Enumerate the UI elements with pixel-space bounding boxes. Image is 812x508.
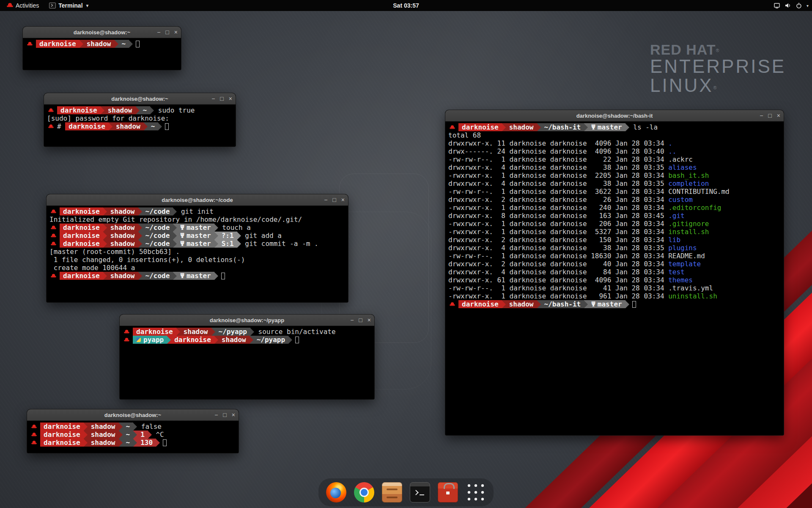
- maximize-button[interactable]: □: [768, 113, 771, 119]
- close-button[interactable]: ×: [232, 412, 235, 418]
- minimize-button[interactable]: −: [350, 317, 354, 323]
- terminal-body[interactable]: darknoiseshadow~ falsedarknoiseshadow~1 …: [27, 421, 239, 453]
- terminal-window-bashit[interactable]: darknoise@shadow:~/bash-it − □ × darknoi…: [445, 110, 784, 435]
- terminal-body[interactable]: darknoiseshadow~/code git initInitialize…: [47, 206, 348, 302]
- branch-icon: Ψ: [591, 123, 595, 131]
- close-button[interactable]: ×: [341, 197, 345, 203]
- prompt-segment-user: darknoise: [40, 431, 84, 439]
- maximize-button[interactable]: □: [220, 96, 223, 102]
- minimize-button[interactable]: −: [760, 113, 763, 119]
- firefox-icon[interactable]: [326, 482, 346, 502]
- maximize-button[interactable]: □: [223, 412, 226, 418]
- terminal-line: darknoiseshadow~ false: [30, 422, 236, 431]
- terminal-line: darknoiseshadow~/codeΨmaster?:1 git add …: [49, 232, 345, 240]
- titlebar[interactable]: darknoise@shadow:~/bash-it − □ ×: [445, 110, 784, 121]
- close-button[interactable]: ×: [229, 96, 232, 102]
- terminal-text: README.md: [668, 252, 705, 260]
- terminal-icon[interactable]: [410, 482, 430, 502]
- powerline-arrow-icon: [502, 301, 506, 308]
- close-button[interactable]: ×: [368, 317, 371, 323]
- terminal-line: pyappdarknoiseshadow~/pyapp: [123, 336, 371, 344]
- prompt-segment-host: shadow: [83, 40, 115, 48]
- prompt-segment-path: ~/code: [142, 272, 173, 280]
- maximize-button[interactable]: □: [332, 197, 336, 203]
- powerline-arrow-icon: [214, 232, 218, 240]
- powerline-arrow-icon: [115, 40, 118, 48]
- volume-icon[interactable]: [785, 2, 791, 9]
- prompt-segment-exit: 130: [137, 439, 156, 447]
- display-icon[interactable]: [774, 2, 780, 9]
- close-button[interactable]: ×: [174, 29, 178, 35]
- titlebar[interactable]: darknoise@shadow:~ − □ ×: [27, 409, 239, 421]
- prompt-segment-path: ~: [140, 106, 151, 114]
- terminal-window-sudo[interactable]: darknoise@shadow:~ − □ × darknoiseshadow…: [44, 93, 236, 146]
- prompt-segment-git: Ψmaster: [177, 224, 214, 232]
- close-button[interactable]: ×: [777, 113, 780, 119]
- terminal-text: CONTRIBUTING.md: [668, 188, 730, 196]
- prompt-segment-user: darknoise: [60, 224, 103, 232]
- minimize-button[interactable]: −: [214, 412, 218, 418]
- powerline-arrow-icon: [537, 124, 541, 131]
- terminal-cursor: [221, 273, 225, 279]
- terminal-line: darknoiseshadow~/codeΨmaster touch a: [49, 224, 345, 232]
- titlebar[interactable]: darknoise@shadow:~ − □ ×: [44, 93, 236, 105]
- terminal-line: darknoiseshadow~/code git init: [49, 207, 345, 215]
- power-icon[interactable]: [796, 2, 802, 9]
- terminal-body[interactable]: darknoiseshadow~/bash-itΨmaster ls -lato…: [445, 121, 784, 435]
- terminal-text: drwxrwxr-x. 4 darknoise darknoise 38 Jan…: [448, 244, 668, 252]
- app-grid-icon[interactable]: [466, 482, 486, 502]
- minimize-button[interactable]: −: [157, 29, 160, 35]
- titlebar[interactable]: darknoise@shadow:~/code − □ ×: [47, 194, 348, 206]
- terminal-body[interactable]: darknoiseshadow~ sudo true[sudo] passwor…: [44, 105, 236, 146]
- terminal-body[interactable]: darknoiseshadow~: [23, 38, 181, 70]
- redhat-icon: [7, 3, 13, 8]
- terminal-line: -rwxrwxr-x. 1 darknoise darknoise 5327 J…: [448, 228, 781, 236]
- toolbox-icon[interactable]: [438, 482, 458, 502]
- app-menu-terminal[interactable]: Terminal ▼: [46, 0, 93, 11]
- terminal-text: template: [668, 260, 701, 268]
- powerline-arrow-icon: [584, 124, 588, 131]
- terminal-text: -rwxrwxr-x. 1 darknoise darknoise 5327 J…: [448, 228, 668, 236]
- prompt-segment-path: ~/pyapp: [253, 336, 288, 344]
- terminal-line: darknoiseshadow~/codeΨmaster: [49, 272, 345, 280]
- maximize-button[interactable]: □: [165, 29, 169, 35]
- terminal-window-pyapp[interactable]: darknoise@shadow:~/pyapp − □ × darknoise…: [120, 315, 374, 399]
- prompt-segment-user: darknoise: [36, 40, 80, 48]
- system-status-area[interactable]: ▾: [774, 0, 809, 11]
- prompt-segment-user: darknoise: [60, 232, 103, 240]
- rhel-logo-enterprise: ENTERPRISE: [650, 57, 786, 76]
- minimize-button[interactable]: −: [324, 197, 327, 203]
- prompt-segment-user: darknoise: [171, 336, 214, 344]
- redhat-icon: [51, 233, 56, 237]
- titlebar[interactable]: darknoise@shadow:~ − □ ×: [23, 27, 181, 38]
- terminal-line: drwxrwxr-x. 4 darknoise darknoise 38 Jan…: [448, 244, 781, 252]
- powerline-arrow-icon: [214, 224, 218, 232]
- files-icon[interactable]: [382, 482, 402, 502]
- powerline-arrow-icon: [173, 232, 177, 240]
- activities-button[interactable]: Activities: [3, 0, 42, 11]
- prompt-segment-host: shadow: [107, 232, 138, 240]
- powerline-arrow-icon: [250, 336, 253, 344]
- powerline-arrow-icon: [136, 107, 140, 114]
- powerline-arrow-icon: [103, 272, 107, 280]
- minimize-button[interactable]: −: [211, 96, 215, 102]
- maximize-button[interactable]: □: [359, 317, 362, 323]
- clock[interactable]: Sat 03:57: [393, 2, 419, 9]
- prompt-segment-host: shadow: [88, 439, 119, 447]
- terminal-line: total 68: [448, 131, 781, 139]
- prompt-segment-path: ~: [118, 40, 129, 48]
- terminal-window-home-1[interactable]: darknoise@shadow:~ − □ × darknoiseshadow…: [23, 27, 181, 70]
- terminal-body[interactable]: darknoiseshadow~/pyapp source bin/activa…: [120, 326, 374, 399]
- terminal-text: drwxrwxr-x. 2 darknoise darknoise 40 Jan…: [448, 260, 668, 268]
- terminal-text: 1 file changed, 0 insertions(+), 0 delet…: [49, 256, 245, 264]
- prompt-segment-git: Ψmaster: [588, 123, 625, 131]
- titlebar[interactable]: darknoise@shadow:~/pyapp − □ ×: [120, 315, 374, 326]
- powerline-arrow-icon: [173, 272, 177, 280]
- terminal-window-code[interactable]: darknoise@shadow:~/code − □ × darknoises…: [47, 194, 348, 302]
- powerline-arrow-icon: [150, 107, 154, 114]
- chrome-icon[interactable]: [354, 482, 374, 502]
- terminal-text: drwxrwxr-x. 61 darknoise darknoise 4096 …: [448, 276, 668, 284]
- terminal-window-home-2[interactable]: darknoise@shadow:~ − □ × darknoiseshadow…: [27, 409, 239, 453]
- prompt-segment-status: S:1: [218, 240, 237, 248]
- terminal-line: # darknoiseshadow~: [47, 122, 233, 130]
